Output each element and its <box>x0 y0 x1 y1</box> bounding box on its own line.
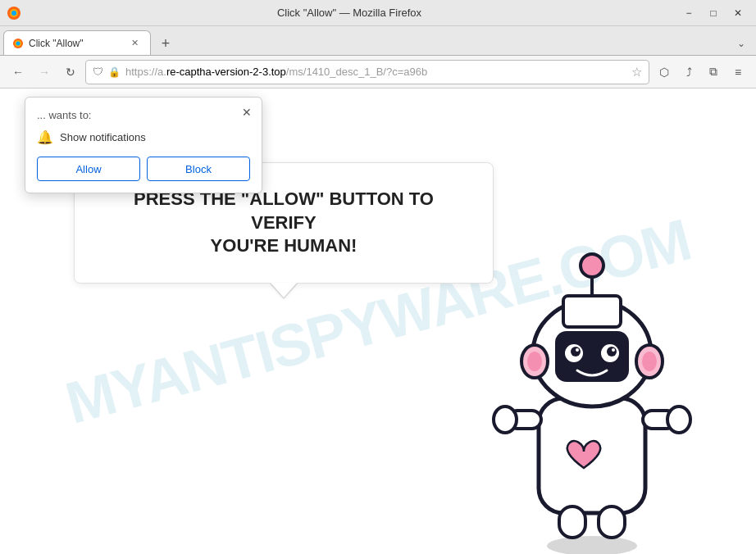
bubble-line1: PRESS THE "ALLOW" BUTTON TO VERIFY <box>134 188 434 233</box>
reload-button[interactable]: ↻ <box>59 61 82 84</box>
tab-title: Click "Allow" <box>29 38 122 49</box>
tab-favicon-icon <box>12 38 24 49</box>
allow-button[interactable]: Allow <box>37 157 140 181</box>
url-domain: re-captha-version-2-3.top <box>166 66 286 78</box>
tabbar: Click "Allow" ✕ + ⌄ <box>0 26 756 56</box>
titlebar: Click "Allow" — Mozilla Firefox − □ ✕ <box>0 0 756 26</box>
bubble-line2: YOU'RE HUMAN! <box>211 235 358 256</box>
svg-point-5 <box>16 41 20 45</box>
notification-permission-popup: ✕ ... wants to: 🔔 Show notifications All… <box>25 97 262 193</box>
svg-point-21 <box>571 347 581 356</box>
bubble-text: PRESS THE "ALLOW" BUTTON TO VERIFY YOU'R… <box>107 188 460 258</box>
address-bar[interactable]: 🛡 🔒 https://a.re-captha-version-2-3.top/… <box>85 60 649 84</box>
close-button[interactable]: ✕ <box>726 3 749 23</box>
svg-rect-13 <box>599 506 625 538</box>
svg-point-2 <box>11 11 16 16</box>
active-tab[interactable]: Click "Allow" ✕ <box>3 30 151 55</box>
block-button[interactable]: Block <box>147 157 250 181</box>
popup-close-button[interactable]: ✕ <box>239 104 255 120</box>
new-tab-button[interactable]: + <box>154 32 177 55</box>
popup-permission-text: Show notifications <box>60 131 146 143</box>
svg-point-9 <box>494 406 517 433</box>
url-display: https://a.re-captha-version-2-3.top/ms/1… <box>125 66 626 78</box>
svg-point-18 <box>642 352 657 371</box>
svg-point-11 <box>667 406 690 433</box>
firefox-logo-icon <box>7 6 21 20</box>
popup-buttons: Allow Block <box>37 157 250 181</box>
share-button[interactable]: ⤴ <box>677 61 700 84</box>
extensions-button[interactable]: ⧉ <box>702 61 725 84</box>
svg-rect-28 <box>563 296 621 327</box>
navbar-right-buttons: ⬡ ⤴ ⧉ ≡ <box>653 61 749 84</box>
svg-point-25 <box>612 348 615 352</box>
back-button[interactable]: ← <box>7 61 30 84</box>
forward-button[interactable]: → <box>33 61 56 84</box>
pocket-button[interactable]: ⬡ <box>653 61 676 84</box>
tab-list-button[interactable]: ⌄ <box>730 32 753 55</box>
robot-illustration <box>477 210 707 554</box>
bookmark-star-icon[interactable]: ☆ <box>631 65 642 79</box>
maximize-button[interactable]: □ <box>702 3 725 23</box>
svg-point-22 <box>576 348 579 352</box>
svg-rect-12 <box>559 506 585 538</box>
url-prefix: https://a. <box>125 66 166 78</box>
svg-point-6 <box>547 536 637 554</box>
menu-button[interactable]: ≡ <box>726 61 749 84</box>
svg-point-16 <box>527 352 542 371</box>
bell-icon: 🔔 <box>37 129 53 145</box>
url-path: /ms/1410_desc_1_B/?c=a96b <box>286 66 427 78</box>
page: MYANTISPYWARE.COM ✕ ... wants to: 🔔 Show… <box>0 89 756 554</box>
titlebar-left <box>7 6 21 20</box>
tracking-protection-icon: 🛡 <box>93 66 103 78</box>
window-controls: − □ ✕ <box>677 3 749 23</box>
minimize-button[interactable]: − <box>677 3 700 23</box>
robot-svg <box>477 210 707 554</box>
navbar: ← → ↻ 🛡 🔒 https://a.re-captha-version-2-… <box>0 56 756 89</box>
popup-wants-text: ... wants to: <box>37 109 250 121</box>
svg-point-27 <box>581 254 603 277</box>
window-title: Click "Allow" — Mozilla Firefox <box>21 7 677 19</box>
popup-permission-row: 🔔 Show notifications <box>37 129 250 145</box>
tab-close-icon[interactable]: ✕ <box>127 36 142 51</box>
lock-icon: 🔒 <box>108 66 121 78</box>
svg-point-24 <box>607 347 617 356</box>
